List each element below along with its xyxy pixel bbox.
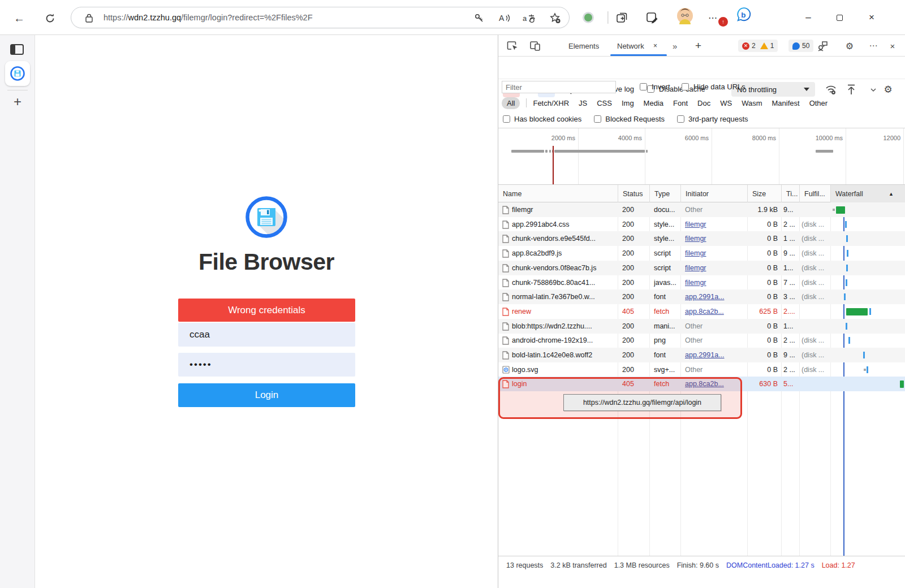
window-maximize-button[interactable] bbox=[830, 8, 849, 27]
collections-icon[interactable] bbox=[614, 10, 631, 25]
waterfall-tick bbox=[867, 366, 868, 373]
request-initiator[interactable]: filemgr bbox=[685, 261, 746, 275]
window-minimize-button[interactable]: – bbox=[799, 8, 818, 27]
request-row-app-2991abc4-css[interactable]: app.2991abc4.css200style...filemgr0 B2 .… bbox=[498, 217, 905, 232]
document-file-icon bbox=[502, 206, 509, 214]
new-tab-button[interactable]: + bbox=[10, 94, 25, 110]
request-initiator[interactable]: app.8ca2b... bbox=[685, 304, 746, 319]
document-file-icon bbox=[502, 308, 509, 316]
request-name: renew bbox=[512, 304, 617, 319]
request-time: 1 ... bbox=[783, 231, 798, 246]
request-url-tooltip: https://wdn2.tzzhu.gq/filemgr/api/login bbox=[563, 394, 721, 411]
network-status-bar: 13 requests3.2 kB transferred1.3 MB reso… bbox=[498, 556, 905, 588]
request-status: 200 bbox=[622, 289, 648, 304]
request-type: font bbox=[654, 289, 679, 304]
request-row-app-8ca2bdf9-js[interactable]: app.8ca2bdf9.js200scriptfilemgr0 B9 ...(… bbox=[498, 246, 905, 261]
waterfall-bar bbox=[846, 308, 868, 315]
request-type: style... bbox=[654, 231, 679, 246]
request-initiator[interactable]: filemgr bbox=[685, 246, 746, 261]
request-row-logo-svg[interactable]: logo.svg200svg+...Other0 B2 ...(disk ... bbox=[498, 362, 905, 377]
request-initiator[interactable]: app.2991a... bbox=[685, 289, 746, 304]
document-file-icon bbox=[502, 220, 509, 229]
page-viewport: File Browser Wrong credentials Login bbox=[35, 35, 498, 588]
request-row-normal-latin-7e367be0-w[interactable]: normal-latin.7e367be0.w...200fontapp.299… bbox=[498, 289, 905, 304]
request-row-blob-https-wdn2-tzzhu[interactable]: blob:https://wdn2.tzzhu....200mani...Oth… bbox=[498, 319, 905, 334]
document-file-icon bbox=[502, 279, 509, 287]
request-type: script bbox=[654, 261, 679, 275]
devtools-panel: Elements Network × » + ✕2 1 50 ⚙ ⋯ × ⊘ P… bbox=[498, 35, 905, 588]
request-initiator[interactable]: app.2991a... bbox=[685, 348, 746, 362]
request-fulfilled: (disk ... bbox=[801, 362, 829, 377]
address-bar[interactable]: https://wdn2.tzzhu.gq/filemgr/login?redi… bbox=[71, 7, 570, 28]
request-name: filemgr bbox=[512, 202, 617, 217]
request-initiator[interactable]: filemgr bbox=[685, 217, 746, 232]
request-fulfilled bbox=[801, 377, 829, 391]
request-row-filemgr[interactable]: filemgr200docu...Other1.9 kB9... bbox=[498, 202, 905, 217]
request-row-chunk-vendors-e9e545fd[interactable]: chunk-vendors.e9e545fd...200style...file… bbox=[498, 231, 905, 246]
request-name: app.8ca2bdf9.js bbox=[512, 246, 617, 261]
waterfall-tick bbox=[848, 337, 850, 344]
password-input[interactable] bbox=[178, 353, 355, 377]
extension-icon[interactable] bbox=[580, 10, 597, 25]
login-button[interactable]: Login bbox=[178, 383, 355, 407]
request-size: 0 B bbox=[748, 217, 778, 232]
request-status: 200 bbox=[622, 261, 648, 275]
image-file-icon bbox=[502, 366, 510, 374]
request-status: 200 bbox=[622, 246, 648, 261]
request-initiator[interactable]: filemgr bbox=[685, 231, 746, 246]
waterfall-tick bbox=[863, 352, 865, 358]
status-domcontentloaded: DOMContentLoaded: 1.27 s bbox=[726, 561, 815, 569]
read-aloud-icon[interactable]: A bbox=[495, 11, 512, 25]
request-time: 9 ... bbox=[783, 246, 798, 261]
request-time: 1... bbox=[783, 319, 798, 334]
request-time: 1... bbox=[783, 261, 798, 275]
browser-toolbar: ← https://wdn2.tzzhu.gq/filemgr/login?re… bbox=[0, 0, 905, 35]
request-initiator: Other bbox=[685, 202, 746, 217]
request-initiator: Other bbox=[685, 333, 746, 348]
request-row-chunk-758869bc-80ac41[interactable]: chunk-758869bc.80ac41...200javas...filem… bbox=[498, 275, 905, 290]
request-size: 0 B bbox=[748, 275, 778, 290]
waterfall-tick bbox=[844, 293, 846, 300]
request-row-renew[interactable]: renew405fetchapp.8ca2b...625 B2.... bbox=[498, 304, 905, 319]
request-type: style... bbox=[654, 217, 679, 232]
request-status: 405 bbox=[622, 304, 648, 319]
request-row-android-chrome-192x19[interactable]: android-chrome-192x19...200pngOther0 B2 … bbox=[498, 333, 905, 348]
request-size: 1.9 kB bbox=[748, 202, 778, 217]
profile-avatar[interactable] bbox=[676, 8, 693, 24]
request-row-chunk-vendors-0f8eac7b-js[interactable]: chunk-vendors.0f8eac7b.js200scriptfilemg… bbox=[498, 261, 905, 275]
request-fulfilled: (disk ... bbox=[801, 289, 829, 304]
back-icon[interactable]: ← bbox=[10, 9, 28, 27]
request-type: svg+... bbox=[654, 362, 679, 377]
request-size: 630 B bbox=[748, 377, 778, 391]
refresh-icon[interactable] bbox=[41, 9, 59, 27]
request-status: 200 bbox=[622, 362, 648, 377]
request-size: 0 B bbox=[748, 333, 778, 348]
request-name: bold-latin.1c42e0e8.woff2 bbox=[512, 348, 617, 362]
username-input[interactable] bbox=[178, 323, 355, 347]
bing-chat-icon[interactable]: b bbox=[735, 7, 752, 23]
window-close-button[interactable]: × bbox=[862, 8, 881, 27]
password-key-icon[interactable] bbox=[471, 11, 488, 25]
waterfall-queue-mark bbox=[833, 209, 835, 211]
request-status: 200 bbox=[622, 202, 648, 217]
web-capture-icon[interactable] bbox=[644, 10, 661, 25]
request-status: 200 bbox=[622, 217, 648, 232]
request-fulfilled: (disk ... bbox=[801, 261, 829, 275]
translate-icon[interactable]: a bbox=[520, 11, 537, 25]
request-name: logo.svg bbox=[512, 362, 617, 377]
svg-text:A: A bbox=[499, 14, 505, 23]
tab-actions-icon[interactable] bbox=[10, 44, 24, 55]
request-initiator[interactable]: filemgr bbox=[685, 275, 746, 290]
document-file-icon bbox=[502, 249, 509, 258]
vertical-tab-strip: + bbox=[0, 35, 35, 588]
request-time: 9 ... bbox=[783, 348, 798, 362]
waterfall-tick bbox=[846, 265, 848, 271]
request-row-bold-latin-1c42e0e8-woff2[interactable]: bold-latin.1c42e0e8.woff2200fontapp.2991… bbox=[498, 348, 905, 362]
document-file-icon bbox=[502, 293, 509, 301]
active-tab-filebrowser[interactable] bbox=[5, 61, 30, 86]
url-text[interactable]: https://wdn2.tzzhu.gq/filemgr/login?redi… bbox=[104, 13, 313, 22]
request-size: 0 B bbox=[748, 231, 778, 246]
lock-icon[interactable] bbox=[80, 11, 97, 25]
favorites-star-icon[interactable] bbox=[546, 11, 563, 25]
request-status: 200 bbox=[622, 319, 648, 334]
